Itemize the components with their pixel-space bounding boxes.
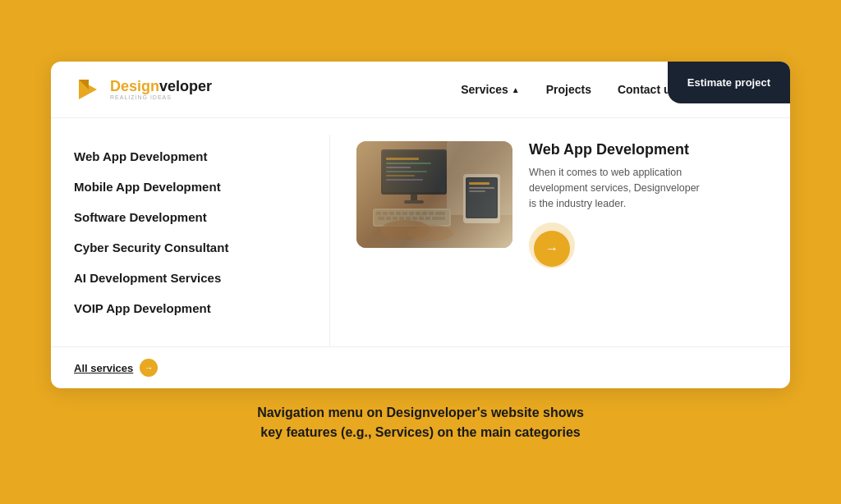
svg-rect-9 bbox=[386, 171, 427, 172]
svg-rect-28 bbox=[393, 217, 398, 220]
nav-item-services[interactable]: Services ▲ bbox=[461, 83, 520, 96]
svg-rect-12 bbox=[411, 195, 417, 201]
all-services-row: All services → bbox=[51, 346, 790, 388]
service-detail-panel: Web App Development When it comes to web… bbox=[330, 135, 790, 346]
svg-rect-11 bbox=[386, 179, 423, 181]
svg-point-36 bbox=[407, 225, 453, 241]
svg-rect-18 bbox=[389, 212, 394, 215]
svg-rect-30 bbox=[406, 217, 411, 220]
svg-rect-34 bbox=[432, 217, 445, 220]
nav-services-label: Services bbox=[461, 83, 508, 96]
service-image-svg bbox=[356, 141, 512, 248]
nav-services-caret: ▲ bbox=[512, 85, 520, 94]
svg-rect-29 bbox=[399, 217, 404, 220]
nav-item-projects[interactable]: Projects bbox=[546, 83, 591, 96]
service-item-cyber[interactable]: Cyber Security Consultant bbox=[74, 232, 306, 263]
arrow-button-glow: → bbox=[529, 222, 575, 268]
svg-rect-27 bbox=[386, 217, 391, 220]
service-item-web-app[interactable]: Web App Development bbox=[74, 141, 306, 172]
svg-rect-40 bbox=[469, 182, 489, 185]
svg-rect-7 bbox=[386, 163, 431, 164]
detail-service-description: When it comes to web application develop… bbox=[529, 165, 710, 211]
nav-projects-label: Projects bbox=[546, 83, 591, 96]
arrow-icon: → bbox=[545, 241, 558, 256]
logo-text: Designveloper REALIZING IDEAS bbox=[110, 79, 212, 101]
svg-rect-41 bbox=[469, 187, 494, 189]
svg-rect-8 bbox=[386, 167, 411, 168]
logo: Designveloper REALIZING IDEAS bbox=[74, 75, 212, 104]
caption-line1: Navigation menu on Designveloper's websi… bbox=[257, 405, 584, 419]
logo-brand-accent: veloper bbox=[159, 78, 212, 94]
service-image-placeholder bbox=[356, 141, 512, 248]
svg-rect-16 bbox=[376, 212, 381, 215]
page-caption: Navigation menu on Designveloper's websi… bbox=[257, 403, 584, 442]
svg-rect-32 bbox=[419, 217, 424, 220]
svg-rect-26 bbox=[378, 217, 384, 220]
dropdown-body: Web App Development Mobile App Developme… bbox=[51, 118, 790, 346]
svg-rect-21 bbox=[409, 212, 414, 215]
svg-rect-24 bbox=[429, 212, 434, 215]
svg-rect-5 bbox=[383, 151, 445, 192]
all-services-arrow-icon: → bbox=[145, 363, 154, 373]
svg-rect-19 bbox=[396, 212, 401, 215]
svg-rect-4 bbox=[381, 149, 447, 195]
caption-line2: key features (e.g., Services) on the mai… bbox=[260, 425, 581, 439]
svg-rect-20 bbox=[402, 212, 407, 215]
svg-rect-33 bbox=[425, 217, 430, 220]
svg-rect-23 bbox=[422, 212, 427, 215]
svg-rect-39 bbox=[467, 179, 496, 217]
svg-rect-6 bbox=[386, 158, 419, 160]
service-image bbox=[356, 141, 512, 248]
service-item-software[interactable]: Software Development bbox=[74, 202, 306, 232]
svg-rect-3 bbox=[447, 141, 512, 215]
main-card: Designveloper REALIZING IDEAS Services ▲… bbox=[51, 62, 790, 388]
detail-text-section: Web App Development When it comes to web… bbox=[529, 141, 764, 268]
logo-tagline: REALIZING IDEAS bbox=[110, 94, 212, 100]
detail-content-row: Web App Development When it comes to web… bbox=[356, 141, 764, 268]
svg-rect-25 bbox=[435, 212, 445, 215]
svg-rect-13 bbox=[404, 200, 424, 204]
service-item-ai[interactable]: AI Development Services bbox=[74, 263, 306, 293]
svg-rect-10 bbox=[386, 175, 415, 176]
logo-icon bbox=[74, 75, 103, 104]
svg-rect-17 bbox=[383, 212, 388, 215]
svg-rect-2 bbox=[356, 141, 512, 248]
svg-point-35 bbox=[381, 220, 430, 240]
svg-rect-37 bbox=[463, 174, 500, 223]
arrow-button[interactable]: → bbox=[534, 231, 570, 267]
estimate-button[interactable]: Estimate project bbox=[668, 62, 790, 103]
detail-service-title: Web App Development bbox=[529, 141, 764, 158]
service-item-mobile-app[interactable]: Mobile App Development bbox=[74, 172, 306, 202]
service-item-voip[interactable]: VOIP App Development bbox=[74, 293, 306, 323]
logo-brand: Design bbox=[110, 78, 159, 94]
svg-rect-38 bbox=[466, 177, 498, 218]
all-services-link[interactable]: All services bbox=[74, 362, 133, 374]
navbar: Designveloper REALIZING IDEAS Services ▲… bbox=[51, 62, 790, 118]
svg-rect-22 bbox=[416, 212, 420, 215]
all-services-icon[interactable]: → bbox=[140, 359, 158, 377]
service-list: Web App Development Mobile App Developme… bbox=[51, 135, 330, 346]
svg-rect-15 bbox=[375, 210, 449, 225]
svg-rect-31 bbox=[412, 217, 417, 220]
svg-rect-14 bbox=[373, 208, 451, 227]
logo-name: Designveloper bbox=[110, 79, 212, 95]
svg-rect-42 bbox=[469, 190, 485, 192]
